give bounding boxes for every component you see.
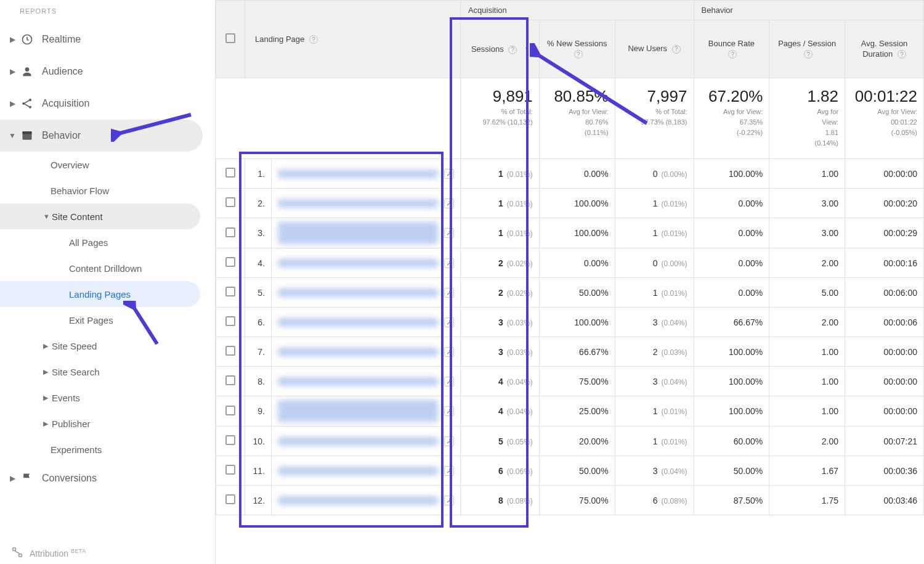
open-external-icon[interactable]: ↗ — [444, 317, 454, 327]
landing-page-cell[interactable]: ↗ — [272, 456, 461, 486]
landing-page-cell[interactable]: ↗ — [272, 278, 461, 308]
row-checkbox[interactable] — [216, 159, 245, 189]
help-icon[interactable]: ? — [804, 50, 813, 59]
col-bounce-rate[interactable]: Bounce Rate? — [694, 20, 769, 78]
nav-conversions[interactable]: ▶ Conversions — [0, 462, 215, 494]
open-external-icon[interactable]: ↗ — [444, 496, 454, 505]
nav-acquisition[interactable]: ▶ Acquisition — [0, 88, 215, 120]
checkbox-icon[interactable] — [225, 346, 235, 356]
col-sessions[interactable]: Sessions ? ↑ — [460, 20, 539, 78]
cell-pct-new-sessions: 100.00% — [539, 218, 615, 248]
row-checkbox[interactable] — [216, 396, 245, 427]
checkbox-icon[interactable] — [225, 494, 235, 504]
table-row[interactable]: 3.↗1(0.01%)100.00%1(0.01%)0.00%3.0000:00… — [216, 218, 924, 248]
row-checkbox[interactable] — [216, 248, 245, 278]
landing-page-cell[interactable]: ↗ — [272, 427, 461, 456]
table-row[interactable]: 6.↗3(0.03%)100.00%3(0.04%)66.67%2.0000:0… — [216, 308, 924, 337]
checkbox-icon[interactable] — [225, 257, 235, 267]
table-row[interactable]: 2.↗1(0.01%)100.00%1(0.01%)0.00%3.0000:00… — [216, 189, 924, 218]
row-checkbox[interactable] — [216, 456, 245, 486]
subsub-exit-pages[interactable]: Exit Pages — [0, 307, 215, 333]
select-all-header[interactable] — [216, 1, 245, 78]
row-index: 10. — [245, 427, 272, 456]
sub-site-speed[interactable]: ▶Site Speed — [0, 333, 215, 359]
table-row[interactable]: 1.↗1(0.01%)0.00%0(0.00%)100.00%1.0000:00… — [216, 159, 924, 189]
sub-overview[interactable]: Overview — [0, 152, 215, 178]
help-icon[interactable]: ? — [508, 46, 517, 54]
table-row[interactable]: 12.↗8(0.08%)75.00%6(0.08%)87.50%1.7500:0… — [216, 486, 924, 515]
checkbox-icon[interactable] — [225, 435, 235, 445]
table-row[interactable]: 5.↗2(0.02%)50.00%1(0.01%)0.00%5.0000:06:… — [216, 278, 924, 308]
open-external-icon[interactable]: ↗ — [444, 169, 454, 179]
col-pct-new-sessions[interactable]: % New Sessions? — [539, 20, 615, 78]
table-row[interactable]: 7.↗3(0.03%)66.67%2(0.03%)100.00%1.0000:0… — [216, 337, 924, 367]
col-landing-page[interactable]: Landing Page ? — [245, 1, 461, 78]
col-pages-per-session[interactable]: Pages / Session? — [769, 20, 845, 78]
sort-ascending-icon: ↑ — [524, 44, 529, 54]
open-external-icon[interactable]: ↗ — [444, 198, 454, 208]
row-checkbox[interactable] — [216, 427, 245, 456]
nav-attribution[interactable]: Attribution BETA — [11, 546, 86, 560]
landing-page-cell[interactable]: ↗ — [272, 486, 461, 515]
checkbox-icon[interactable] — [225, 227, 235, 237]
help-icon[interactable]: ? — [574, 50, 583, 59]
row-checkbox[interactable] — [216, 308, 245, 337]
landing-page-cell[interactable]: ↗ — [272, 396, 461, 427]
checkbox-icon[interactable] — [225, 197, 235, 207]
table-row[interactable]: 11.↗6(0.06%)50.00%3(0.04%)50.00%1.6700:0… — [216, 456, 924, 486]
row-checkbox[interactable] — [216, 278, 245, 308]
table-row[interactable]: 10.↗5(0.05%)20.00%1(0.01%)60.00%2.0000:0… — [216, 427, 924, 456]
row-checkbox[interactable] — [216, 218, 245, 248]
landing-page-cell[interactable]: ↗ — [272, 308, 461, 337]
cell-avg-session-duration: 00:00:20 — [845, 189, 924, 218]
landing-page-cell[interactable]: ↗ — [272, 248, 461, 278]
row-checkbox[interactable] — [216, 189, 245, 218]
help-icon[interactable]: ? — [309, 35, 318, 44]
sub-behavior-flow[interactable]: Behavior Flow — [0, 178, 215, 203]
sub-site-search[interactable]: ▶Site Search — [0, 359, 215, 385]
row-checkbox[interactable] — [216, 337, 245, 367]
sub-events[interactable]: ▶Events — [0, 385, 215, 411]
table-row[interactable]: 4.↗2(0.02%)0.00%0(0.00%)0.00%2.0000:00:1… — [216, 248, 924, 278]
subsub-landing-pages[interactable]: Landing Pages — [0, 281, 200, 307]
open-external-icon[interactable]: ↗ — [444, 436, 454, 446]
checkbox-icon[interactable] — [225, 168, 235, 178]
col-new-users[interactable]: New Users ? — [615, 20, 694, 78]
sub-publisher[interactable]: ▶Publisher — [0, 411, 215, 436]
table-row[interactable]: 8.↗4(0.04%)75.00%3(0.04%)100.00%1.0000:0… — [216, 367, 924, 396]
checkbox-icon[interactable] — [225, 406, 235, 415]
sub-site-content[interactable]: ▼ Site Content — [0, 203, 200, 229]
landing-page-cell[interactable]: ↗ — [272, 367, 461, 396]
landing-page-cell[interactable]: ↗ — [272, 218, 461, 248]
open-external-icon[interactable]: ↗ — [444, 377, 454, 386]
table-row[interactable]: 9.↗4(0.04%)25.00%1(0.01%)100.00%1.0000:0… — [216, 396, 924, 427]
row-checkbox[interactable] — [216, 486, 245, 515]
col-avg-session-duration[interactable]: Avg. Session Duration ? — [845, 20, 924, 78]
landing-page-cell[interactable]: ↗ — [272, 159, 461, 189]
open-external-icon[interactable]: ↗ — [444, 406, 454, 416]
nav-label: Audience — [42, 66, 208, 77]
nav-audience[interactable]: ▶ Audience — [0, 55, 215, 88]
open-external-icon[interactable]: ↗ — [444, 288, 454, 298]
open-external-icon[interactable]: ↗ — [444, 347, 454, 357]
help-icon[interactable]: ? — [672, 45, 681, 54]
svg-point-1 — [25, 67, 30, 72]
open-external-icon[interactable]: ↗ — [444, 228, 454, 238]
landing-page-cell[interactable]: ↗ — [272, 337, 461, 367]
checkbox-icon[interactable] — [225, 287, 235, 296]
landing-page-cell[interactable]: ↗ — [272, 189, 461, 218]
row-checkbox[interactable] — [216, 367, 245, 396]
help-icon[interactable]: ? — [728, 50, 737, 59]
subsub-content-drilldown[interactable]: Content Drilldown — [0, 255, 215, 281]
open-external-icon[interactable]: ↗ — [444, 466, 454, 476]
nav-behavior[interactable]: ▼ Behavior — [0, 120, 203, 152]
subsub-all-pages[interactable]: All Pages — [0, 229, 215, 255]
open-external-icon[interactable]: ↗ — [444, 258, 454, 268]
checkbox-icon[interactable] — [225, 316, 235, 326]
checkbox-icon[interactable] — [225, 33, 235, 43]
checkbox-icon[interactable] — [225, 465, 235, 475]
help-icon[interactable]: ? — [898, 50, 906, 59]
nav-realtime[interactable]: ▶ Realtime — [0, 23, 215, 55]
sub-experiments[interactable]: Experiments — [0, 436, 215, 462]
checkbox-icon[interactable] — [225, 375, 235, 385]
